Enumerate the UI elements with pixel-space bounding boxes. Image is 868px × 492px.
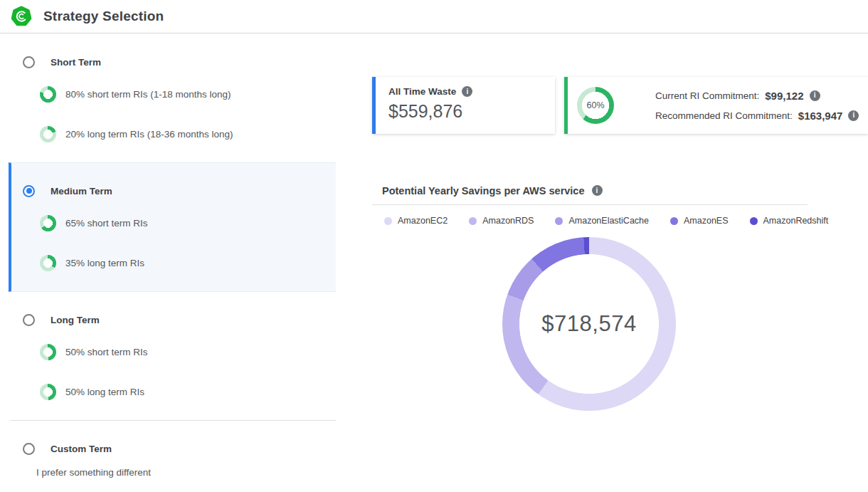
legend-dot-icon — [384, 217, 392, 225]
short-term-radio-row[interactable]: Short Term — [23, 56, 336, 68]
allocation-label: 50% short term RIs — [65, 347, 148, 357]
allocation-label: 20% long term RIs (18-36 months long) — [65, 129, 233, 140]
radio-button[interactable] — [23, 56, 35, 68]
radio-button[interactable] — [23, 185, 35, 197]
legend-dot-icon — [670, 217, 678, 225]
allocation-row: 35% long term RIs — [40, 255, 336, 271]
legend-label: AmazonRedshift — [763, 216, 829, 226]
legend-label: AmazonRDS — [482, 216, 534, 226]
strategy-option-long-term[interactable]: Long Term 50% short term RIs 50% long te… — [9, 292, 336, 421]
allocation-label: 50% long term RIs — [65, 387, 144, 397]
app-logo-icon — [11, 6, 32, 27]
option-label: Custom Term — [51, 444, 112, 454]
allocation-row: 65% short term RIs — [40, 215, 336, 231]
custom-term-description: I prefer something different — [36, 467, 336, 478]
strategy-option-medium-term[interactable]: Medium Term 65% short term RIs 35% long … — [9, 162, 336, 292]
all-time-waste-label: All Time Waste — [388, 86, 456, 97]
current-ri-commitment-row: Current RI Commitment: $99,122 i — [655, 90, 859, 102]
info-icon[interactable]: i — [462, 86, 472, 97]
all-time-waste-value: $559,876 — [388, 101, 555, 122]
all-time-waste-card: All Time Waste i $559,876 — [372, 77, 555, 134]
commitment-gauge: 60% — [577, 87, 614, 124]
legend-item: AmazonRDS — [469, 216, 534, 226]
savings-chart-section: Potential Yearly Savings per AWS service… — [372, 179, 808, 411]
medium-term-radio-row[interactable]: Medium Term — [23, 184, 336, 197]
allocation-label: 65% short term RIs — [65, 218, 148, 229]
gauge-percent-label: 60% — [577, 87, 614, 124]
allocation-donut-icon — [40, 384, 56, 400]
savings-donut-chart[interactable]: $718,574 — [502, 237, 676, 411]
info-icon[interactable]: i — [848, 110, 859, 121]
recommended-ri-commitment-row: Recommended RI Commitment: $163,947 i — [655, 110, 859, 122]
chart-title: Potential Yearly Savings per AWS service — [382, 185, 585, 197]
info-icon[interactable]: i — [592, 185, 603, 196]
legend-item: AmazonElastiCache — [555, 216, 649, 226]
option-label: Medium Term — [51, 186, 112, 197]
legend-item: AmazonEC2 — [384, 216, 448, 226]
page-title: Strategy Selection — [43, 9, 164, 24]
option-label: Short Term — [51, 57, 101, 68]
allocation-label: 35% long term RIs — [65, 258, 144, 268]
allocation-row: 50% short term RIs — [40, 344, 336, 360]
current-ri-commitment-label: Current RI Commitment: — [655, 90, 759, 101]
radio-button[interactable] — [23, 314, 35, 326]
donut-total-value: $718,574 — [502, 237, 676, 411]
legend-label: AmazonElastiCache — [568, 216, 649, 226]
allocation-donut-icon — [40, 255, 56, 271]
legend-item: AmazonRedshift — [750, 216, 829, 226]
allocation-row: 20% long term RIs (18-36 months long) — [40, 126, 336, 142]
allocation-donut-icon — [40, 126, 56, 142]
legend-dot-icon — [555, 217, 563, 225]
long-term-radio-row[interactable]: Long Term — [23, 313, 336, 326]
strategy-option-short-term[interactable]: Short Term 80% short term RIs (1-18 mont… — [9, 34, 336, 162]
current-ri-commitment-value: $99,122 — [765, 90, 803, 102]
allocation-donut-icon — [40, 344, 56, 360]
legend-dot-icon — [750, 217, 758, 225]
info-icon[interactable]: i — [810, 90, 820, 101]
custom-term-radio-row[interactable]: Custom Term — [23, 442, 336, 455]
allocation-label: 80% short term RIs (1-18 months long) — [65, 89, 231, 100]
recommended-ri-commitment-label: Recommended RI Commitment: — [655, 110, 793, 121]
allocation-donut-icon — [40, 215, 56, 231]
legend-dot-icon — [469, 217, 477, 225]
radio-button[interactable] — [23, 443, 35, 455]
allocation-row: 80% short term RIs (1-18 months long) — [40, 86, 336, 103]
chart-legend: AmazonEC2AmazonRDSAmazonElastiCacheAmazo… — [384, 216, 808, 226]
legend-label: AmazonES — [684, 216, 729, 226]
option-label: Long Term — [51, 315, 100, 325]
legend-item: AmazonES — [670, 216, 729, 226]
ri-commitment-card: 60% Current RI Commitment: $99,122 i Rec… — [564, 77, 868, 134]
app-header: Strategy Selection — [0, 0, 868, 33]
chart-title-divider — [372, 204, 808, 205]
recommended-ri-commitment-value: $163,947 — [798, 110, 843, 122]
strategy-options-panel: Short Term 80% short term RIs (1-18 mont… — [9, 34, 336, 492]
allocation-donut-icon — [40, 86, 56, 103]
strategy-option-custom-term[interactable]: Custom Term I prefer something different — [9, 421, 336, 492]
legend-label: AmazonEC2 — [398, 216, 448, 226]
allocation-row: 50% long term RIs — [40, 384, 336, 400]
